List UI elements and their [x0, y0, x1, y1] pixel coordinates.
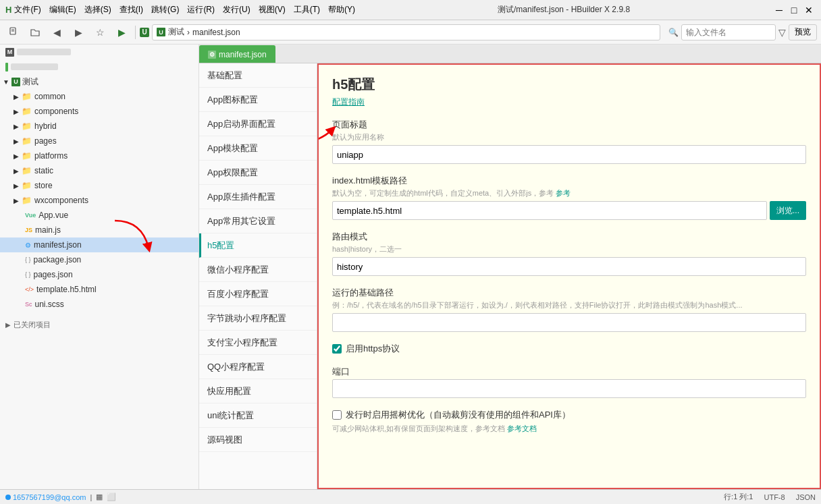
chevron-icon: ▶ [14, 93, 19, 101]
sidebar-item-components[interactable]: ▶ 📁 components [0, 104, 198, 119]
sidebar-item-platforms[interactable]: ▶ 📁 platforms [0, 148, 198, 163]
menu-run[interactable]: 运行(R) [187, 4, 215, 16]
user-email: 1657567199@qq.com [13, 493, 86, 501]
https-label: 启用https协议 [346, 343, 400, 355]
new-file-button[interactable] [4, 23, 23, 42]
config-guide-link[interactable]: 配置指南 [332, 96, 806, 108]
green-bar-icon [5, 63, 8, 72]
sidebar-item-pages-json[interactable]: { } pages.json [0, 267, 198, 282]
sidebar-item-common[interactable]: ▶ 📁 common [0, 89, 198, 104]
page-title-input[interactable] [332, 145, 806, 164]
menu-find[interactable]: 查找(I) [120, 4, 143, 16]
breadcrumb[interactable]: U 测试 › manifest.json [152, 24, 660, 40]
maximize-button[interactable]: □ [787, 3, 801, 17]
router-mode-label: 路由模式 [332, 231, 806, 243]
sidebar-item-template-html[interactable]: </> template.h5.html [0, 282, 198, 297]
menu-item-app-other[interactable]: App常用其它设置 [199, 209, 317, 233]
sidebar-group-ceshi[interactable]: ▼ U 测试 [0, 74, 198, 89]
sidebar-item-store[interactable]: ▶ 📁 store [0, 178, 198, 193]
sidebar-item-wxcomponents[interactable]: ▶ 📁 wxcomponents [0, 193, 198, 208]
sidebar-item-app-vue[interactable]: Vue App.vue [0, 208, 198, 223]
sidebar-item-static[interactable]: ▶ 📁 static [0, 163, 198, 178]
menu-item-app-permission[interactable]: App权限配置 [199, 161, 317, 185]
breadcrumb-sep: › [187, 28, 190, 37]
back-button[interactable]: ◀ [47, 23, 66, 42]
sidebar-item-placeholder1[interactable]: M [0, 45, 198, 59]
close-button[interactable]: ✕ [802, 3, 816, 17]
menu-item-zhifubao[interactable]: 支付宝小程序配置 [199, 331, 317, 355]
title-bar-left: H 文件(F) 编辑(E) 选择(S) 查找(I) 跳转(G) 运行(R) 发行… [5, 4, 355, 16]
sidebar-label: App.vue [38, 211, 68, 220]
search-input[interactable] [681, 24, 776, 40]
menu-goto[interactable]: 跳转(G) [151, 4, 179, 16]
sidebar-label: hybrid [34, 121, 57, 131]
u-badge: U [140, 28, 149, 37]
sidebar: M ▼ U 测试 ▶ 📁 common ▶ 📁 components [0, 45, 199, 489]
menu-item-app-icon[interactable]: App图标配置 [199, 88, 317, 112]
menu-item-uni-stats[interactable]: uni统计配置 [199, 403, 317, 428]
filter-icon[interactable]: ▽ [778, 27, 786, 38]
sidebar-item-manifest-json[interactable]: ⚙ manifest.json [0, 237, 198, 252]
minimize-button[interactable]: ─ [772, 3, 786, 17]
placeholder-bar2 [11, 63, 58, 70]
menu-item-app-native[interactable]: App原生插件配置 [199, 185, 317, 209]
run-button[interactable]: ▶ [112, 23, 131, 42]
folder-icon: 📁 [22, 196, 32, 205]
bookmark-button[interactable]: ☆ [90, 23, 109, 42]
menu-select[interactable]: 选择(S) [84, 4, 111, 16]
template-hint-link[interactable]: 参考 [556, 189, 571, 197]
forward-button[interactable]: ▶ [69, 23, 88, 42]
sidebar-label: static [34, 166, 53, 175]
search-icon: 🔍 [668, 28, 679, 37]
base-path-input[interactable] [332, 313, 806, 332]
browse-button[interactable]: 浏览... [770, 201, 806, 220]
menu-file[interactable]: 文件(F) [14, 4, 41, 16]
spacer-div [0, 312, 198, 317]
menu-item-app-module[interactable]: App模块配置 [199, 136, 317, 161]
sidebar-item-placeholder2[interactable] [0, 59, 198, 74]
menu-item-app-splash[interactable]: App启动界面配置 [199, 112, 317, 136]
status-bar-left: 1657567199@qq.com | ▦ ⬜ [5, 493, 116, 501]
sidebar-item-hybrid[interactable]: ▶ 📁 hybrid [0, 119, 198, 134]
treeshaking-checkbox-row: 发行时启用摇树优化（自动裁剪没有使用的组件和API库） [332, 409, 806, 421]
preview-button[interactable]: 预览 [789, 24, 817, 40]
template-path-input[interactable] [332, 201, 767, 220]
sidebar-item-uni-scss[interactable]: Sc uni.scss [0, 297, 198, 312]
sidebar-item-main-js[interactable]: JS main.js [0, 223, 198, 237]
router-mode-input[interactable] [332, 257, 806, 276]
menu-tools[interactable]: 工具(T) [294, 4, 320, 16]
search-area: 🔍 [668, 24, 776, 40]
js-icon: JS [25, 227, 32, 233]
menu-view[interactable]: 视图(V) [259, 4, 286, 16]
closed-projects[interactable]: ▶ 已关闭项目 [0, 317, 198, 332]
menu-item-qq[interactable]: QQ小程序配置 [199, 355, 317, 379]
tab-manifest[interactable]: ⚙ manifest.json [199, 45, 275, 63]
menu-item-h5[interactable]: h5配置 [199, 233, 317, 258]
sidebar-label: main.js [35, 225, 61, 235]
toolbar: ◀ ▶ ☆ ▶ U U 测试 › manifest.json 🔍 ▽ 预览 [0, 20, 821, 45]
open-file-button[interactable] [26, 23, 45, 42]
chevron-icon: ▶ [14, 182, 19, 190]
menu-item-kuaiapp[interactable]: 快应用配置 [199, 379, 317, 403]
menu-item-baidu[interactable]: 百度小程序配置 [199, 282, 317, 306]
sidebar-label: pages.json [34, 270, 73, 279]
breadcrumb-project: 测试 [168, 26, 184, 38]
treeshaking-checkbox[interactable] [332, 410, 342, 420]
user-info[interactable]: 1657567199@qq.com [5, 493, 86, 501]
sidebar-item-package-json[interactable]: { } package.json [0, 252, 198, 267]
form-group-treeshaking: 发行时启用摇树优化（自动裁剪没有使用的组件和API库） 可减少网站体积,如有保留… [332, 409, 806, 434]
tab-bar: ⚙ manifest.json [199, 45, 821, 63]
menu-item-zijie[interactable]: 字节跳动小程序配置 [199, 306, 317, 331]
menu-bar: 文件(F) 编辑(E) 选择(S) 查找(I) 跳转(G) 运行(R) 发行(U… [14, 4, 355, 16]
menu-publish[interactable]: 发行(U) [223, 4, 250, 16]
port-input[interactable] [332, 379, 806, 398]
https-checkbox[interactable] [332, 344, 342, 354]
menu-edit[interactable]: 编辑(E) [49, 4, 76, 16]
app-logo: H [5, 5, 11, 15]
menu-help[interactable]: 帮助(Y) [328, 4, 355, 16]
menu-item-basic[interactable]: 基础配置 [199, 63, 317, 88]
sidebar-item-pages[interactable]: ▶ 📁 pages [0, 134, 198, 148]
menu-item-weixin[interactable]: 微信小程序配置 [199, 258, 317, 282]
menu-item-source[interactable]: 源码视图 [199, 428, 317, 452]
treeshaking-hint-link[interactable]: 参考文档 [507, 424, 537, 432]
